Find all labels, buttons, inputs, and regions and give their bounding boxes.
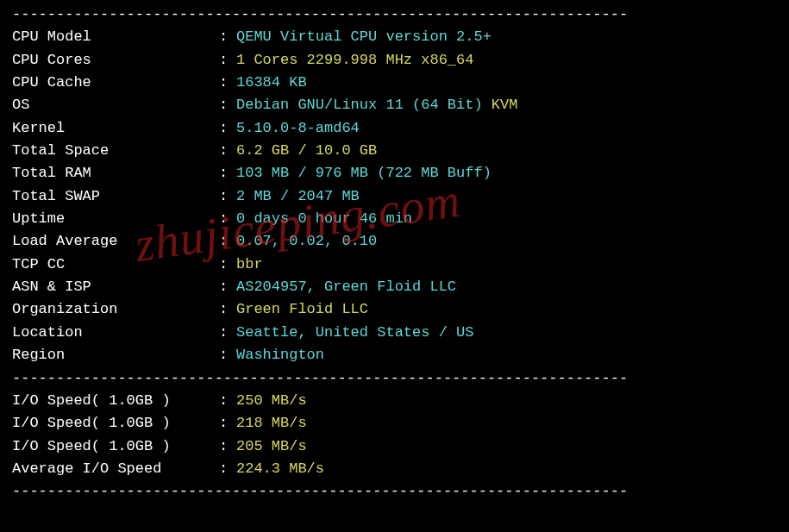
sysinfo-row: Total RAM : 103 MB / 976 MB (722 MB Buff… (12, 162, 777, 185)
sysinfo-row: Region : Washington (12, 344, 777, 366)
colon: : (219, 276, 236, 298)
divider-mid: ----------------------------------------… (12, 367, 777, 390)
iospeed-section: I/O Speed( 1.0GB ) : 250 MB/sI/O Speed( … (12, 390, 777, 480)
colon: : (219, 344, 236, 366)
colon: : (219, 253, 236, 276)
iospeed-value: 218 MB/s (236, 412, 777, 435)
iospeed-value: 224.3 MB/s (236, 458, 777, 480)
colon: : (219, 185, 236, 208)
sysinfo-row: Uptime : 0 days 0 hour 46 min (12, 208, 777, 230)
sysinfo-value-segment: Green Floid LLC (236, 301, 368, 317)
sysinfo-label: Organization (12, 298, 219, 321)
sysinfo-value: 0.07, 0.02, 0.10 (236, 230, 777, 253)
sysinfo-value-segment: Debian GNU/Linux 11 (64 Bit) (236, 97, 492, 113)
sysinfo-value-segment: 16384 KB (236, 74, 307, 91)
colon: : (219, 72, 236, 94)
sysinfo-section: CPU Model : QEMU Virtual CPU version 2.5… (12, 26, 777, 366)
sysinfo-row: TCP CC : bbr (12, 253, 777, 276)
sysinfo-value: 1 Cores 2299.998 MHz x86_64 (236, 49, 777, 72)
sysinfo-label: Total RAM (12, 162, 219, 185)
colon: : (219, 117, 236, 140)
sysinfo-row: CPU Model : QEMU Virtual CPU version 2.5… (12, 26, 777, 48)
colon: : (219, 162, 236, 185)
sysinfo-label: OS (12, 94, 219, 116)
colon: : (219, 230, 236, 253)
sysinfo-value: 103 MB / 976 MB (722 MB Buff) (236, 162, 777, 185)
colon: : (219, 390, 236, 412)
sysinfo-value: bbr (236, 253, 777, 276)
sysinfo-label: ASN & ISP (12, 276, 219, 298)
sysinfo-row: CPU Cache : 16384 KB (12, 72, 777, 94)
sysinfo-label: Total Space (12, 140, 219, 162)
sysinfo-row: ASN & ISP : AS204957, Green Floid LLC (12, 276, 777, 298)
sysinfo-label: CPU Cores (12, 49, 219, 72)
sysinfo-value: Green Floid LLC (236, 298, 777, 321)
sysinfo-label: CPU Cache (12, 72, 219, 94)
sysinfo-value-segment: Washington (236, 347, 324, 363)
sysinfo-row: Load Average : 0.07, 0.02, 0.10 (12, 230, 777, 253)
sysinfo-value-segment: Seattle, United States / US (236, 324, 473, 341)
sysinfo-row: CPU Cores : 1 Cores 2299.998 MHz x86_64 (12, 49, 777, 72)
sysinfo-row: Total SWAP : 2 MB / 2047 MB (12, 185, 777, 208)
sysinfo-value: Debian GNU/Linux 11 (64 Bit) KVM (236, 94, 777, 116)
sysinfo-value: 6.2 GB / 10.0 GB (236, 140, 777, 162)
sysinfo-value-segment: 0 days 0 hour 46 min (236, 210, 412, 227)
iospeed-value-segment: 218 MB/s (236, 415, 307, 431)
sysinfo-label: Location (12, 322, 219, 344)
iospeed-value-segment: 250 MB/s (236, 392, 307, 409)
divider-bottom: ----------------------------------------… (12, 480, 777, 503)
sysinfo-value-segment: AS204957, Green Floid LLC (236, 279, 456, 295)
colon: : (219, 49, 236, 72)
sysinfo-label: Load Average (12, 230, 219, 253)
iospeed-value: 250 MB/s (236, 390, 777, 412)
sysinfo-value-segment: QEMU Virtual CPU version 2.5+ (236, 28, 492, 45)
sysinfo-value: AS204957, Green Floid LLC (236, 276, 777, 298)
sysinfo-value-segment: bbr (236, 256, 263, 272)
sysinfo-label: Kernel (12, 117, 219, 140)
iospeed-label: I/O Speed( 1.0GB ) (12, 412, 219, 435)
sysinfo-row: Kernel : 5.10.0-8-amd64 (12, 117, 777, 140)
sysinfo-value: 5.10.0-8-amd64 (236, 117, 777, 140)
iospeed-label: Average I/O Speed (12, 458, 219, 480)
sysinfo-value-segment: 2 MB / 2047 MB (236, 188, 360, 204)
sysinfo-row: Location : Seattle, United States / US (12, 322, 777, 344)
iospeed-value: 205 MB/s (236, 435, 777, 458)
iospeed-label: I/O Speed( 1.0GB ) (12, 390, 219, 412)
iospeed-label: I/O Speed( 1.0GB ) (12, 435, 219, 458)
sysinfo-row: Organization : Green Floid LLC (12, 298, 777, 321)
colon: : (219, 298, 236, 321)
sysinfo-label: CPU Model (12, 26, 219, 48)
iospeed-row: I/O Speed( 1.0GB ) : 205 MB/s (12, 435, 777, 458)
iospeed-value-segment: 224.3 MB/s (236, 460, 324, 477)
colon: : (219, 435, 236, 458)
iospeed-value-segment: 205 MB/s (236, 438, 307, 454)
sysinfo-value: Seattle, United States / US (236, 322, 777, 344)
sysinfo-value: 2 MB / 2047 MB (236, 185, 777, 208)
sysinfo-value: 16384 KB (236, 72, 777, 94)
colon: : (219, 140, 236, 162)
sysinfo-label: TCP CC (12, 253, 219, 276)
sysinfo-row: OS : Debian GNU/Linux 11 (64 Bit) KVM (12, 94, 777, 116)
iospeed-row: Average I/O Speed : 224.3 MB/s (12, 458, 777, 480)
colon: : (219, 26, 236, 48)
iospeed-row: I/O Speed( 1.0GB ) : 250 MB/s (12, 390, 777, 412)
sysinfo-value-segment: 5.10.0-8-amd64 (236, 120, 360, 136)
sysinfo-value-segment: 103 MB / 976 MB (722 MB Buff) (236, 165, 492, 181)
colon: : (219, 94, 236, 116)
sysinfo-row: Total Space : 6.2 GB / 10.0 GB (12, 140, 777, 162)
sysinfo-label: Total SWAP (12, 185, 219, 208)
sysinfo-value-segment: 0.07, 0.02, 0.10 (236, 233, 377, 249)
divider-top: ----------------------------------------… (12, 3, 777, 26)
sysinfo-value-segment: 6.2 GB / 10.0 GB (236, 142, 377, 159)
sysinfo-value: QEMU Virtual CPU version 2.5+ (236, 26, 777, 48)
colon: : (219, 322, 236, 344)
sysinfo-label: Region (12, 344, 219, 366)
colon: : (219, 412, 236, 435)
iospeed-row: I/O Speed( 1.0GB ) : 218 MB/s (12, 412, 777, 435)
sysinfo-value: Washington (236, 344, 777, 366)
colon: : (219, 458, 236, 480)
sysinfo-value: 0 days 0 hour 46 min (236, 208, 777, 230)
sysinfo-value-segment: KVM (492, 97, 518, 113)
colon: : (219, 208, 236, 230)
sysinfo-label: Uptime (12, 208, 219, 230)
